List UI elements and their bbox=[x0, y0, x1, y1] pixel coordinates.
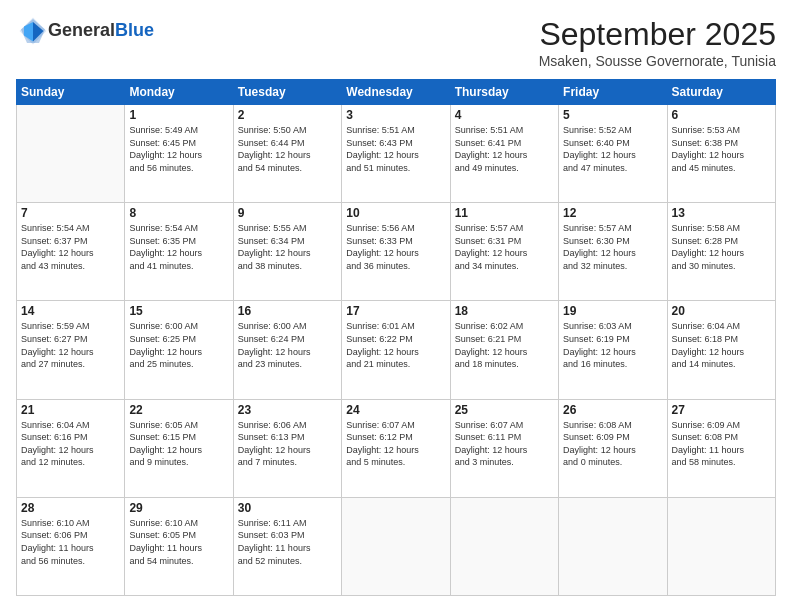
calendar-cell: 24Sunrise: 6:07 AM Sunset: 6:12 PM Dayli… bbox=[342, 399, 450, 497]
day-info: Sunrise: 6:06 AM Sunset: 6:13 PM Dayligh… bbox=[238, 419, 337, 469]
day-info: Sunrise: 6:04 AM Sunset: 6:16 PM Dayligh… bbox=[21, 419, 120, 469]
day-info: Sunrise: 6:01 AM Sunset: 6:22 PM Dayligh… bbox=[346, 320, 445, 370]
calendar-week-5: 28Sunrise: 6:10 AM Sunset: 6:06 PM Dayli… bbox=[17, 497, 776, 595]
day-number: 18 bbox=[455, 304, 554, 318]
col-thursday: Thursday bbox=[450, 80, 558, 105]
day-number: 23 bbox=[238, 403, 337, 417]
calendar-cell: 16Sunrise: 6:00 AM Sunset: 6:24 PM Dayli… bbox=[233, 301, 341, 399]
day-info: Sunrise: 5:59 AM Sunset: 6:27 PM Dayligh… bbox=[21, 320, 120, 370]
day-number: 16 bbox=[238, 304, 337, 318]
col-tuesday: Tuesday bbox=[233, 80, 341, 105]
calendar-cell: 14Sunrise: 5:59 AM Sunset: 6:27 PM Dayli… bbox=[17, 301, 125, 399]
calendar-cell bbox=[559, 497, 667, 595]
calendar-header-row: Sunday Monday Tuesday Wednesday Thursday… bbox=[17, 80, 776, 105]
calendar-cell: 10Sunrise: 5:56 AM Sunset: 6:33 PM Dayli… bbox=[342, 203, 450, 301]
day-info: Sunrise: 5:57 AM Sunset: 6:30 PM Dayligh… bbox=[563, 222, 662, 272]
day-info: Sunrise: 5:54 AM Sunset: 6:37 PM Dayligh… bbox=[21, 222, 120, 272]
day-number: 19 bbox=[563, 304, 662, 318]
day-number: 22 bbox=[129, 403, 228, 417]
col-friday: Friday bbox=[559, 80, 667, 105]
logo-icon bbox=[18, 16, 48, 46]
calendar-cell: 12Sunrise: 5:57 AM Sunset: 6:30 PM Dayli… bbox=[559, 203, 667, 301]
day-info: Sunrise: 6:10 AM Sunset: 6:05 PM Dayligh… bbox=[129, 517, 228, 567]
day-number: 11 bbox=[455, 206, 554, 220]
calendar-cell: 22Sunrise: 6:05 AM Sunset: 6:15 PM Dayli… bbox=[125, 399, 233, 497]
day-number: 13 bbox=[672, 206, 771, 220]
day-number: 17 bbox=[346, 304, 445, 318]
calendar-cell: 8Sunrise: 5:54 AM Sunset: 6:35 PM Daylig… bbox=[125, 203, 233, 301]
calendar-cell: 1Sunrise: 5:49 AM Sunset: 6:45 PM Daylig… bbox=[125, 105, 233, 203]
day-info: Sunrise: 5:49 AM Sunset: 6:45 PM Dayligh… bbox=[129, 124, 228, 174]
calendar-cell: 23Sunrise: 6:06 AM Sunset: 6:13 PM Dayli… bbox=[233, 399, 341, 497]
calendar-cell: 27Sunrise: 6:09 AM Sunset: 6:08 PM Dayli… bbox=[667, 399, 775, 497]
day-number: 6 bbox=[672, 108, 771, 122]
day-info: Sunrise: 6:08 AM Sunset: 6:09 PM Dayligh… bbox=[563, 419, 662, 469]
col-sunday: Sunday bbox=[17, 80, 125, 105]
day-number: 21 bbox=[21, 403, 120, 417]
calendar-cell bbox=[342, 497, 450, 595]
day-info: Sunrise: 5:54 AM Sunset: 6:35 PM Dayligh… bbox=[129, 222, 228, 272]
day-info: Sunrise: 5:55 AM Sunset: 6:34 PM Dayligh… bbox=[238, 222, 337, 272]
calendar-week-2: 7Sunrise: 5:54 AM Sunset: 6:37 PM Daylig… bbox=[17, 203, 776, 301]
day-number: 20 bbox=[672, 304, 771, 318]
page: GeneralBlue September 2025 Msaken, Souss… bbox=[0, 0, 792, 612]
calendar-cell: 21Sunrise: 6:04 AM Sunset: 6:16 PM Dayli… bbox=[17, 399, 125, 497]
calendar-cell: 4Sunrise: 5:51 AM Sunset: 6:41 PM Daylig… bbox=[450, 105, 558, 203]
day-info: Sunrise: 5:51 AM Sunset: 6:43 PM Dayligh… bbox=[346, 124, 445, 174]
day-info: Sunrise: 6:07 AM Sunset: 6:11 PM Dayligh… bbox=[455, 419, 554, 469]
day-info: Sunrise: 5:51 AM Sunset: 6:41 PM Dayligh… bbox=[455, 124, 554, 174]
day-number: 7 bbox=[21, 206, 120, 220]
calendar-table: Sunday Monday Tuesday Wednesday Thursday… bbox=[16, 79, 776, 596]
day-number: 27 bbox=[672, 403, 771, 417]
calendar-cell: 6Sunrise: 5:53 AM Sunset: 6:38 PM Daylig… bbox=[667, 105, 775, 203]
day-info: Sunrise: 5:57 AM Sunset: 6:31 PM Dayligh… bbox=[455, 222, 554, 272]
day-number: 25 bbox=[455, 403, 554, 417]
day-number: 28 bbox=[21, 501, 120, 515]
day-number: 2 bbox=[238, 108, 337, 122]
calendar-cell: 5Sunrise: 5:52 AM Sunset: 6:40 PM Daylig… bbox=[559, 105, 667, 203]
calendar-week-4: 21Sunrise: 6:04 AM Sunset: 6:16 PM Dayli… bbox=[17, 399, 776, 497]
day-number: 30 bbox=[238, 501, 337, 515]
day-number: 10 bbox=[346, 206, 445, 220]
calendar-cell: 20Sunrise: 6:04 AM Sunset: 6:18 PM Dayli… bbox=[667, 301, 775, 399]
day-number: 8 bbox=[129, 206, 228, 220]
calendar-cell: 9Sunrise: 5:55 AM Sunset: 6:34 PM Daylig… bbox=[233, 203, 341, 301]
calendar-week-1: 1Sunrise: 5:49 AM Sunset: 6:45 PM Daylig… bbox=[17, 105, 776, 203]
calendar-cell bbox=[17, 105, 125, 203]
calendar-cell: 13Sunrise: 5:58 AM Sunset: 6:28 PM Dayli… bbox=[667, 203, 775, 301]
logo-blue: Blue bbox=[115, 20, 154, 40]
calendar-week-3: 14Sunrise: 5:59 AM Sunset: 6:27 PM Dayli… bbox=[17, 301, 776, 399]
day-number: 5 bbox=[563, 108, 662, 122]
title-block: September 2025 Msaken, Sousse Governorat… bbox=[539, 16, 776, 69]
calendar-cell bbox=[667, 497, 775, 595]
day-info: Sunrise: 5:50 AM Sunset: 6:44 PM Dayligh… bbox=[238, 124, 337, 174]
day-number: 9 bbox=[238, 206, 337, 220]
calendar-cell: 30Sunrise: 6:11 AM Sunset: 6:03 PM Dayli… bbox=[233, 497, 341, 595]
day-number: 12 bbox=[563, 206, 662, 220]
day-number: 15 bbox=[129, 304, 228, 318]
calendar-cell: 18Sunrise: 6:02 AM Sunset: 6:21 PM Dayli… bbox=[450, 301, 558, 399]
day-number: 1 bbox=[129, 108, 228, 122]
calendar-cell: 29Sunrise: 6:10 AM Sunset: 6:05 PM Dayli… bbox=[125, 497, 233, 595]
day-info: Sunrise: 6:05 AM Sunset: 6:15 PM Dayligh… bbox=[129, 419, 228, 469]
location: Msaken, Sousse Governorate, Tunisia bbox=[539, 53, 776, 69]
calendar-cell: 15Sunrise: 6:00 AM Sunset: 6:25 PM Dayli… bbox=[125, 301, 233, 399]
day-number: 26 bbox=[563, 403, 662, 417]
day-info: Sunrise: 6:00 AM Sunset: 6:25 PM Dayligh… bbox=[129, 320, 228, 370]
day-number: 14 bbox=[21, 304, 120, 318]
header: GeneralBlue September 2025 Msaken, Souss… bbox=[16, 16, 776, 69]
col-wednesday: Wednesday bbox=[342, 80, 450, 105]
day-info: Sunrise: 6:03 AM Sunset: 6:19 PM Dayligh… bbox=[563, 320, 662, 370]
col-saturday: Saturday bbox=[667, 80, 775, 105]
day-number: 24 bbox=[346, 403, 445, 417]
col-monday: Monday bbox=[125, 80, 233, 105]
day-number: 4 bbox=[455, 108, 554, 122]
day-info: Sunrise: 6:09 AM Sunset: 6:08 PM Dayligh… bbox=[672, 419, 771, 469]
calendar-cell: 11Sunrise: 5:57 AM Sunset: 6:31 PM Dayli… bbox=[450, 203, 558, 301]
logo-text: GeneralBlue bbox=[48, 21, 154, 41]
calendar-cell: 7Sunrise: 5:54 AM Sunset: 6:37 PM Daylig… bbox=[17, 203, 125, 301]
logo-general: General bbox=[48, 20, 115, 40]
day-info: Sunrise: 6:07 AM Sunset: 6:12 PM Dayligh… bbox=[346, 419, 445, 469]
calendar-cell: 25Sunrise: 6:07 AM Sunset: 6:11 PM Dayli… bbox=[450, 399, 558, 497]
calendar-cell: 26Sunrise: 6:08 AM Sunset: 6:09 PM Dayli… bbox=[559, 399, 667, 497]
